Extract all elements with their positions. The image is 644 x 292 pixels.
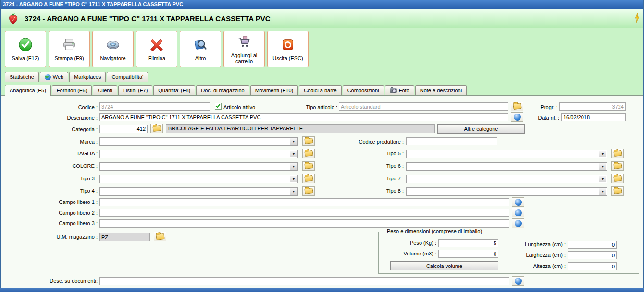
lunghezza-label: Lunghezza (cm) : (508, 241, 566, 247)
add-to-cart-button[interactable]: Aggiungi al carrello (223, 31, 265, 67)
um-magazzino-label: U.M. magazzino : (25, 234, 98, 240)
peso-dimensioni-title: Peso e dimensioni (comprese di imballo) (384, 229, 484, 234)
strawberry-icon (7, 12, 20, 25)
other-button[interactable]: Altro (180, 31, 221, 67)
marca-select[interactable] (99, 137, 298, 146)
tab-doc-magazzino-label: Doc. di magazzino (201, 88, 245, 93)
um-folder-button[interactable] (154, 232, 166, 241)
folder-icon (613, 150, 622, 157)
tab-web[interactable]: Web (40, 72, 68, 82)
tab-listini[interactable]: Listini (F7) (118, 85, 152, 95)
tipo8-folder-button[interactable] (611, 186, 624, 196)
tab-clienti[interactable]: Clienti (93, 85, 117, 95)
codice-produttore-field[interactable] (406, 137, 497, 145)
blue-sphere-icon (515, 220, 522, 227)
tab-note-descrizioni[interactable]: Note e descrizioni (415, 85, 467, 95)
tipo5-select[interactable] (406, 150, 607, 158)
tab-foto[interactable]: Foto (385, 85, 414, 95)
app-window: 3724 - ARGANO A FUNE "TIPO C" 1711 X TAP… (0, 0, 644, 292)
tipo7-select[interactable] (406, 175, 607, 183)
tipo3-folder-button[interactable] (302, 174, 315, 183)
taglia-folder-button[interactable] (302, 149, 315, 158)
tipo-articolo-label: Tipo articolo : (265, 104, 337, 110)
volume-field[interactable] (438, 250, 498, 258)
peso-field[interactable] (438, 239, 498, 247)
tipo7-label: Tipo 7 : (344, 176, 404, 181)
tipo4-folder-button[interactable] (302, 186, 315, 196)
secondary-tab-bar: Statistiche Web Markplaces Compatibilita… (1, 70, 643, 82)
codice-field[interactable] (99, 102, 210, 111)
chevron-down-icon (599, 188, 606, 195)
tab-composizioni-label: Composizioni (347, 88, 379, 93)
chevron-down-icon (290, 151, 297, 157)
colore-label: COLORE : (25, 163, 98, 169)
delete-button[interactable]: Elimina (136, 31, 177, 67)
print-button[interactable]: Stampa (F9) (49, 31, 90, 67)
articolo-attivo-checkbox[interactable] (215, 103, 222, 110)
data-rif-field[interactable] (561, 113, 626, 121)
tab-doc-magazzino[interactable]: Doc. di magazzino (196, 85, 249, 95)
campo-libero-2-ball-button[interactable] (512, 208, 524, 217)
lunghezza-field[interactable] (568, 241, 617, 249)
tab-anagrafica[interactable]: Anagrafica (F5) (5, 85, 51, 96)
tab-composizioni[interactable]: Composizioni (343, 85, 384, 95)
tab-markplaces[interactable]: Markplaces (69, 72, 106, 82)
descrizione-field[interactable] (99, 113, 508, 121)
campo-libero-3-ball-button[interactable] (512, 218, 524, 228)
folder-icon (304, 150, 313, 157)
altre-categorie-button[interactable]: Altre categorie (437, 124, 525, 134)
larghezza-field[interactable] (568, 251, 617, 259)
altezza-field[interactable] (568, 262, 617, 270)
save-button[interactable]: Salva (F12) (5, 31, 46, 67)
tab-fornitori[interactable]: Fornitori (F6) (52, 85, 92, 95)
shopping-cart-icon (237, 35, 251, 50)
tab-note-descrizioni-label: Note e descrizioni (420, 88, 462, 93)
tab-compatibilita[interactable]: Compatibilita' (107, 72, 148, 82)
power-icon (281, 38, 295, 53)
desc-documenti-field[interactable] (99, 277, 509, 285)
folder-icon (304, 188, 313, 194)
header: 3724 - ARGANO A FUNE "TIPO C" 1711 X TAP… (1, 9, 643, 28)
categoria-code-field[interactable] (99, 125, 148, 133)
tipo5-folder-button[interactable] (611, 149, 624, 158)
desc-documenti-ball-button[interactable] (512, 276, 524, 286)
campo-libero-1-field[interactable] (99, 198, 509, 206)
tipo5-label: Tipo 5 : (344, 151, 404, 156)
camera-icon (390, 88, 397, 93)
tipo-articolo-field[interactable] (339, 102, 508, 111)
taglia-select[interactable] (99, 150, 298, 158)
tipo7-folder-button[interactable] (611, 174, 624, 183)
categoria-folder-button[interactable] (150, 124, 163, 133)
tipo4-select[interactable] (99, 187, 298, 196)
tab-quantita[interactable]: Quantita' (F8) (153, 85, 195, 95)
check-icon (216, 103, 221, 108)
red-x-icon (149, 38, 164, 53)
folder-icon (304, 163, 313, 169)
marca-folder-button[interactable] (302, 136, 315, 146)
campo-libero-1-ball-button[interactable] (512, 197, 524, 207)
tab-codici-barre[interactable]: Codici a barre (299, 85, 341, 95)
chevron-down-icon (599, 176, 606, 182)
navigator-button[interactable]: Navigatore (92, 31, 134, 67)
um-magazzino-field[interactable] (99, 233, 150, 241)
chevron-down-icon (599, 151, 606, 157)
tipo6-select[interactable] (406, 162, 607, 171)
tab-movimenti-label: Movimenti (F10) (255, 88, 293, 93)
titlebar[interactable]: 3724 - ARGANO A FUNE "TIPO C" 1711 X TAP… (0, 0, 644, 9)
tab-statistiche[interactable]: Statistiche (5, 72, 39, 82)
progr-field[interactable] (559, 102, 626, 111)
campo-libero-2-field[interactable] (99, 209, 509, 217)
colore-select[interactable] (99, 162, 298, 171)
tipo8-select[interactable] (406, 187, 607, 196)
window-left-border (0, 0, 1, 292)
tipo3-select[interactable] (99, 175, 298, 183)
colore-folder-button[interactable] (302, 161, 315, 171)
chevron-down-icon (290, 138, 297, 145)
tipo6-folder-button[interactable] (611, 161, 624, 171)
campo-libero-3-field[interactable] (99, 219, 509, 228)
categoria-label: Categoria : (25, 127, 98, 132)
exit-button[interactable]: Uscita (ESC) (267, 31, 309, 67)
calcola-volume-button[interactable]: Calcola volume (390, 261, 498, 270)
tab-movimenti[interactable]: Movimenti (F10) (250, 85, 298, 95)
chevron-down-icon (290, 188, 297, 195)
